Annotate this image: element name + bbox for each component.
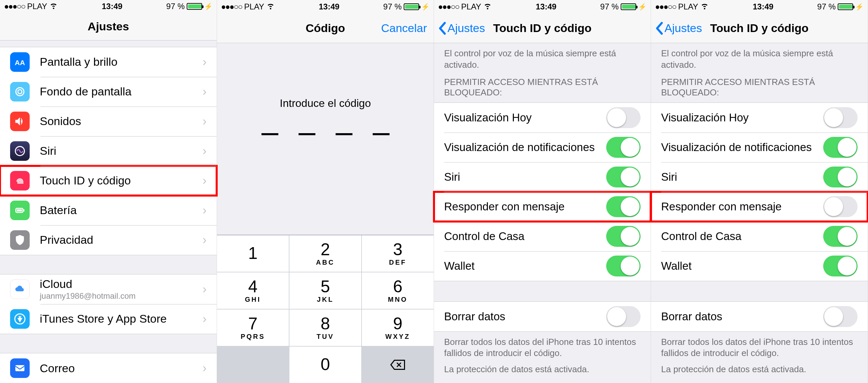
chevron-right-icon: ›	[203, 144, 207, 158]
list-item[interactable]: Correo ›	[0, 353, 217, 383]
section-note: Borrar todos los datos del iPhone tras 1…	[434, 332, 651, 363]
back-label: Ajustes	[664, 22, 702, 35]
erase-group: Borrar datos	[434, 301, 651, 332]
toggle-switch[interactable]	[606, 137, 641, 158]
keypad-key-8[interactable]: 8 TUV	[289, 310, 361, 346]
toggle-switch[interactable]	[606, 226, 641, 247]
toggle-group: Visualización Hoy Visualización de notif…	[651, 102, 868, 281]
signal-dots-icon: ●●●○○	[4, 2, 25, 11]
privacy-icon	[10, 230, 30, 250]
chevron-right-icon: ›	[203, 312, 207, 326]
toggle-label: Visualización Hoy	[661, 111, 749, 124]
charging-icon: ⚡	[638, 3, 647, 11]
toggle-row: Visualización de notificaciones	[651, 132, 868, 162]
carrier-label: PLAY	[244, 2, 264, 11]
list-item[interactable]: Touch ID y código ›	[0, 166, 217, 196]
keypad-key-2[interactable]: 2 ABC	[289, 235, 361, 272]
battery-percent: 97 %	[166, 2, 185, 11]
toggle-switch[interactable]	[606, 167, 641, 187]
section-note: Borrar todos los datos del iPhone tras 1…	[651, 332, 868, 363]
svg-rect-8	[16, 365, 25, 371]
toggle-label: Wallet	[444, 260, 474, 272]
carrier-label: PLAY	[678, 2, 698, 11]
keypad-key-0[interactable]: 0	[289, 347, 361, 383]
svg-rect-6	[17, 209, 22, 211]
toggle-row: Siri	[651, 162, 868, 192]
toggle-row: Wallet	[434, 251, 651, 281]
toggle-label: Siri	[444, 171, 460, 183]
toggle-switch[interactable]	[823, 226, 858, 247]
toggle-switch[interactable]	[823, 167, 858, 187]
charging-icon: ⚡	[855, 3, 864, 11]
toggle-switch[interactable]	[823, 137, 858, 158]
list-item[interactable]: Privacidad ›	[0, 225, 217, 255]
chevron-right-icon: ›	[203, 55, 207, 69]
back-button[interactable]: Ajustes	[655, 22, 702, 35]
keypad-key-7[interactable]: 7 PQRS	[217, 310, 289, 346]
keypad-key-6[interactable]: 6 MNO	[362, 272, 434, 309]
keypad-key-5[interactable]: 5 JKL	[289, 272, 361, 309]
list-item[interactable]: iTunes Store y App Store ›	[0, 304, 217, 334]
list-item-label: Pantalla y brillo	[40, 55, 203, 68]
toggle-switch[interactable]	[823, 306, 858, 327]
cancel-button[interactable]: Cancelar	[381, 22, 427, 35]
toggle-label: Siri	[661, 171, 677, 183]
toggle-row: Wallet	[651, 251, 868, 281]
keypad-key-9[interactable]: 9 WXYZ	[362, 310, 434, 346]
toggle-switch[interactable]	[823, 256, 858, 276]
status-time: 13:49	[536, 2, 556, 11]
toggle-switch[interactable]	[606, 306, 641, 327]
settings-group-2: iCloudjuanmy1986@hotmail.com › iTunes St…	[0, 274, 217, 334]
touchid-icon	[10, 171, 30, 190]
list-item[interactable]: Batería ›	[0, 196, 217, 225]
battery-percent: 97 %	[600, 2, 619, 11]
page-title: Código	[306, 22, 345, 35]
toggle-row: Responder con mensaje	[434, 192, 651, 222]
toggle-label: Visualización de notificaciones	[444, 141, 595, 154]
keypad-blank	[217, 347, 289, 383]
battery-icon	[10, 201, 30, 220]
page-title: Ajustes	[88, 20, 129, 33]
back-label: Ajustes	[447, 22, 485, 35]
toggle-switch[interactable]	[606, 196, 641, 217]
section-note: El control por voz de la música siempre …	[434, 43, 651, 74]
status-bar: ●●●○○ PLAY 13:49 97 % ⚡	[0, 0, 217, 12]
keypad-key-4[interactable]: 4 GHI	[217, 272, 289, 309]
list-item[interactable]: iCloudjuanmy1986@hotmail.com ›	[0, 274, 217, 304]
battery-icon	[404, 3, 419, 10]
keypad-delete-button[interactable]	[362, 347, 434, 383]
wifi-icon	[266, 1, 275, 12]
toggle-label: Borrar datos	[661, 310, 722, 323]
chevron-right-icon: ›	[203, 361, 207, 375]
list-item[interactable]: Siri ›	[0, 136, 217, 166]
toggle-switch[interactable]	[606, 107, 641, 128]
chevron-right-icon: ›	[203, 233, 207, 247]
toggle-switch[interactable]	[823, 107, 858, 128]
list-item[interactable]: AA Pantalla y brillo ›	[0, 47, 217, 77]
list-item[interactable]: Fondo de pantalla ›	[0, 77, 217, 107]
toggle-switch[interactable]	[606, 256, 641, 276]
list-item[interactable]: Sonidos ›	[0, 107, 217, 136]
list-item-label: iTunes Store y App Store	[40, 312, 203, 325]
carrier-label: PLAY	[27, 2, 47, 11]
toggle-label: Control de Casa	[661, 230, 741, 243]
toggle-row: Borrar datos	[434, 302, 651, 331]
keypad-key-1[interactable]: 1	[217, 235, 289, 272]
back-button[interactable]: Ajustes	[438, 22, 485, 35]
svg-rect-5	[24, 209, 25, 211]
siri-icon	[10, 141, 30, 161]
toggle-row: Control de Casa	[651, 222, 868, 251]
toggle-group: Visualización Hoy Visualización de notif…	[434, 102, 651, 281]
toggle-row: Visualización de notificaciones	[434, 132, 651, 162]
keypad-key-3[interactable]: 3 DEF	[362, 235, 434, 272]
battery-icon	[187, 3, 202, 10]
settings-group-1: AA Pantalla y brillo › Fondo de pantalla…	[0, 47, 217, 255]
toggle-row: Visualización Hoy	[651, 103, 868, 132]
charging-icon: ⚡	[204, 2, 213, 10]
section-header: PERMITIR ACCESO MIENTRAS ESTÁ BLOQUEADO:	[651, 74, 868, 102]
toggle-switch[interactable]	[823, 196, 858, 217]
nav-bar: Ajustes Touch ID y código	[651, 13, 868, 43]
status-bar: ●●●○○ PLAY 13:49 97 % ⚡	[217, 0, 434, 13]
sounds-icon	[10, 112, 30, 131]
appstore-icon	[10, 309, 30, 329]
